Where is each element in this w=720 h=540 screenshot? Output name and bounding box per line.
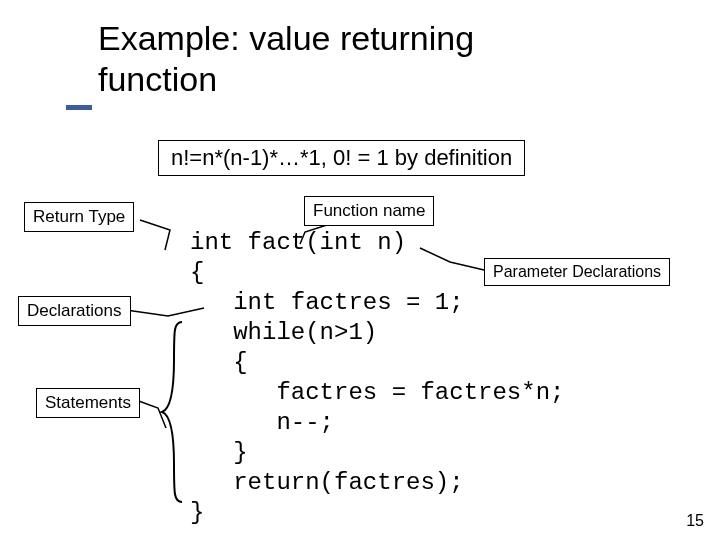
declarations-label: Declarations xyxy=(27,301,122,320)
slide-title: Example: value returning function xyxy=(98,18,474,100)
statements-label: Statements xyxy=(45,393,131,412)
accent-bar xyxy=(66,105,92,110)
callout-statements: Statements xyxy=(36,388,140,418)
formula-text: n!=n*(n-1)*…*1, 0! = 1 by definition xyxy=(171,145,512,170)
page-number: 15 xyxy=(686,512,704,530)
return-type-label: Return Type xyxy=(33,207,125,226)
callout-function-name: Function name xyxy=(304,196,434,226)
callout-declarations: Declarations xyxy=(18,296,131,326)
callout-return-type: Return Type xyxy=(24,202,134,232)
title-line-2: function xyxy=(98,60,217,98)
slide: Example: value returning function n!=n*(… xyxy=(0,0,720,540)
title-line-1: Example: value returning xyxy=(98,19,474,57)
formula-box: n!=n*(n-1)*…*1, 0! = 1 by definition xyxy=(158,140,525,176)
function-name-label: Function name xyxy=(313,201,425,220)
callout-parameter-declarations: Parameter Declarations xyxy=(484,258,670,286)
parameter-decl-label: Parameter Declarations xyxy=(493,263,661,280)
